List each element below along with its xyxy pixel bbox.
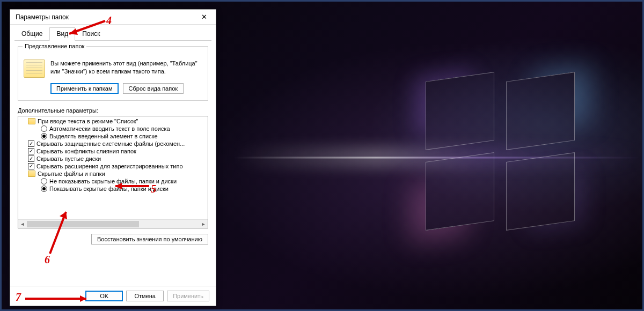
tree-radio-dont-show-hidden[interactable]: Не показывать скрытые файлы, папки и дис…: [20, 177, 208, 185]
cancel-button[interactable]: Отмена: [126, 291, 164, 301]
group-title: Представление папок: [23, 43, 86, 49]
tree-check-hide-empty[interactable]: Скрывать пустые диски: [20, 155, 208, 162]
checkbox-icon: [28, 148, 34, 154]
folder-icon: [28, 171, 35, 177]
dialog-footer: OK Отмена Применить: [10, 286, 216, 306]
annotation-6: 6: [45, 254, 50, 266]
scrollbar-thumb[interactable]: [27, 221, 139, 227]
window-title: Параметры папок: [16, 13, 69, 21]
restore-defaults-button[interactable]: Восстановить значения по умолчанию: [91, 234, 208, 245]
tree-radio-auto-type[interactable]: Автоматически вводить текст в поле поиск…: [20, 125, 208, 132]
radio-icon: [41, 125, 47, 132]
folder-options-dialog: Параметры папок ✕ Общие Вид Поиск Предст…: [10, 9, 216, 306]
scroll-right-icon[interactable]: ►: [199, 220, 208, 228]
radio-icon: [41, 186, 47, 192]
windows-logo: [426, 77, 576, 227]
tree-item-hidden-group[interactable]: Скрытые файлы и папки: [20, 170, 208, 177]
tab-search[interactable]: Поиск: [75, 27, 107, 41]
radio-icon: [41, 178, 47, 184]
titlebar: Параметры папок ✕: [10, 10, 216, 25]
close-button[interactable]: ✕: [195, 11, 213, 23]
annotation-4: 4: [106, 14, 112, 27]
annotation-7: 7: [16, 291, 21, 303]
advanced-label: Дополнительные параметры:: [18, 107, 208, 114]
reset-folders-button[interactable]: Сброс вида папок: [123, 83, 184, 94]
scroll-left-icon[interactable]: ◄: [18, 220, 27, 228]
apply-button[interactable]: Применить: [167, 291, 209, 301]
tree-item-list-mode[interactable]: При вводе текста в режиме "Список": [20, 117, 208, 125]
tree-check-hide-protected[interactable]: Скрывать защищенные системные файлы (рек…: [20, 140, 208, 147]
ok-button[interactable]: OK: [85, 291, 123, 301]
tab-view[interactable]: Вид: [49, 27, 75, 41]
tree-check-hide-ext[interactable]: Скрывать расширения для зарегистрированн…: [20, 162, 208, 170]
folder-icon: [24, 60, 45, 78]
checkbox-icon: [28, 156, 34, 162]
checkbox-icon: [28, 163, 34, 169]
advanced-settings-tree[interactable]: При вводе текста в режиме "Список" Автом…: [18, 116, 208, 228]
tree-check-hide-merge[interactable]: Скрывать конфликты слияния папок: [20, 147, 208, 155]
close-icon: ✕: [201, 13, 207, 21]
folder-views-description: Вы можете применить этот вид (например, …: [50, 60, 202, 76]
apply-to-folders-button[interactable]: Применить к папкам: [50, 83, 119, 94]
horizontal-scrollbar[interactable]: ◄ ►: [18, 219, 208, 228]
tab-general[interactable]: Общие: [14, 27, 49, 41]
checkbox-icon: [28, 140, 34, 147]
tree-radio-show-hidden[interactable]: Показывать скрытые файлы, папки и диски: [20, 185, 208, 192]
tab-strip: Общие Вид Поиск: [14, 27, 211, 41]
radio-icon: [41, 133, 47, 139]
tree-radio-select-typed[interactable]: Выделять введенный элемент в списке: [20, 132, 208, 140]
folder-icon: [28, 118, 35, 124]
folder-views-group: Представление папок Вы можете применить …: [18, 46, 208, 101]
annotation-5: 5: [151, 183, 156, 195]
